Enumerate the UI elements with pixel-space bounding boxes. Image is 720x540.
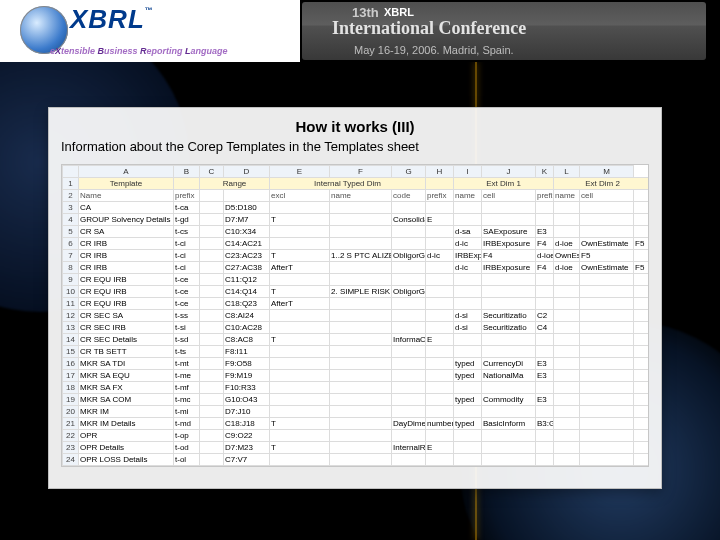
cell[interactable] (392, 454, 426, 466)
cell[interactable] (392, 226, 426, 238)
cell[interactable]: Securitizatio (482, 322, 536, 334)
cell[interactable] (330, 298, 392, 310)
cell[interactable]: F9:M19 (224, 370, 270, 382)
cell[interactable] (200, 418, 224, 430)
cell[interactable]: t-ce (174, 298, 200, 310)
cell[interactable] (554, 226, 580, 238)
row-header[interactable]: 12 (63, 310, 79, 322)
cell[interactable] (330, 430, 392, 442)
cell[interactable] (634, 382, 650, 394)
cell[interactable]: typed (454, 418, 482, 430)
cell[interactable]: number (426, 418, 454, 430)
cell[interactable]: D7:J10 (224, 406, 270, 418)
cell[interactable]: CurrencyDi (482, 358, 536, 370)
column-header[interactable]: L (554, 166, 580, 178)
sub-header-cell[interactable]: Name (79, 190, 174, 202)
cell[interactable] (270, 226, 330, 238)
cell[interactable]: OPR LOSS Details (79, 454, 174, 466)
cell[interactable] (580, 406, 634, 418)
cell[interactable] (454, 286, 482, 298)
cell[interactable] (554, 286, 580, 298)
cell[interactable] (200, 322, 224, 334)
cell[interactable] (482, 454, 536, 466)
cell[interactable] (392, 382, 426, 394)
cell[interactable]: T (270, 442, 330, 454)
cell[interactable] (580, 454, 634, 466)
cell[interactable] (330, 262, 392, 274)
cell[interactable]: F4 (536, 262, 554, 274)
cell[interactable]: C23:AC23 (224, 250, 270, 262)
cell[interactable] (454, 214, 482, 226)
cell[interactable] (392, 274, 426, 286)
cell[interactable] (536, 346, 554, 358)
cell[interactable] (270, 274, 330, 286)
cell[interactable] (580, 418, 634, 430)
cell[interactable] (454, 274, 482, 286)
cell[interactable] (536, 406, 554, 418)
cell[interactable]: F9:O58 (224, 358, 270, 370)
cell[interactable] (426, 382, 454, 394)
cell[interactable] (270, 202, 330, 214)
cell[interactable]: C14:Q14 (224, 286, 270, 298)
cell[interactable] (200, 382, 224, 394)
cell[interactable] (482, 346, 536, 358)
cell[interactable] (634, 430, 650, 442)
cell[interactable] (270, 394, 330, 406)
row-header[interactable]: 17 (63, 370, 79, 382)
cell[interactable]: t-mc (174, 394, 200, 406)
cell[interactable]: t-si (174, 322, 200, 334)
cell[interactable]: d-ic (426, 250, 454, 262)
cell[interactable]: CR EQU IRB (79, 298, 174, 310)
cell[interactable] (200, 310, 224, 322)
cell[interactable]: MKR SA FX (79, 382, 174, 394)
cell[interactable] (482, 334, 536, 346)
sub-header-cell[interactable]: cell (482, 190, 536, 202)
cell[interactable] (482, 274, 536, 286)
cell[interactable]: CR IRB (79, 250, 174, 262)
column-header[interactable]: B (174, 166, 200, 178)
cell[interactable] (200, 442, 224, 454)
cell[interactable]: CR EQU IRB (79, 286, 174, 298)
cell[interactable] (330, 394, 392, 406)
cell[interactable]: typed (454, 358, 482, 370)
cell[interactable] (270, 370, 330, 382)
cell[interactable]: T (270, 418, 330, 430)
cell[interactable]: SAExposure (482, 226, 536, 238)
cell[interactable] (554, 214, 580, 226)
cell[interactable]: C27:AC38 (224, 262, 270, 274)
cell[interactable]: InformaCodeDim (392, 334, 426, 346)
cell[interactable]: MKR SA EQU (79, 370, 174, 382)
cell[interactable] (330, 346, 392, 358)
cell[interactable]: d-ic (454, 238, 482, 250)
cell[interactable] (426, 346, 454, 358)
cell[interactable] (200, 430, 224, 442)
cell[interactable] (200, 286, 224, 298)
cell[interactable] (536, 334, 554, 346)
row-header[interactable]: 16 (63, 358, 79, 370)
row-header[interactable]: 13 (63, 322, 79, 334)
column-header[interactable]: G (392, 166, 426, 178)
cell[interactable] (270, 322, 330, 334)
sub-header-cell[interactable]: excl (270, 190, 330, 202)
cell[interactable] (426, 430, 454, 442)
cell[interactable] (554, 310, 580, 322)
cell[interactable]: GROUP Solvency Details (79, 214, 174, 226)
cell[interactable]: 1..2 S PTC ALIZE (330, 250, 392, 262)
cell[interactable] (554, 298, 580, 310)
cell[interactable] (330, 454, 392, 466)
row-header[interactable]: 19 (63, 394, 79, 406)
cell[interactable]: d-ioe (536, 250, 554, 262)
group-header-cell[interactable]: Range (200, 178, 270, 190)
cell[interactable]: E3 (536, 358, 554, 370)
cell[interactable] (580, 382, 634, 394)
cell[interactable]: t-ci (174, 262, 200, 274)
cell[interactable]: typed (454, 394, 482, 406)
sub-header-cell[interactable]: prefix (536, 190, 554, 202)
cell[interactable] (330, 382, 392, 394)
row-header[interactable]: 2 (63, 190, 79, 202)
group-header-cell[interactable] (426, 178, 454, 190)
cell[interactable]: t-ci (174, 238, 200, 250)
sub-header-cell[interactable]: name (554, 190, 580, 202)
cell[interactable] (554, 334, 580, 346)
cell[interactable]: IRBExposure (454, 250, 482, 262)
